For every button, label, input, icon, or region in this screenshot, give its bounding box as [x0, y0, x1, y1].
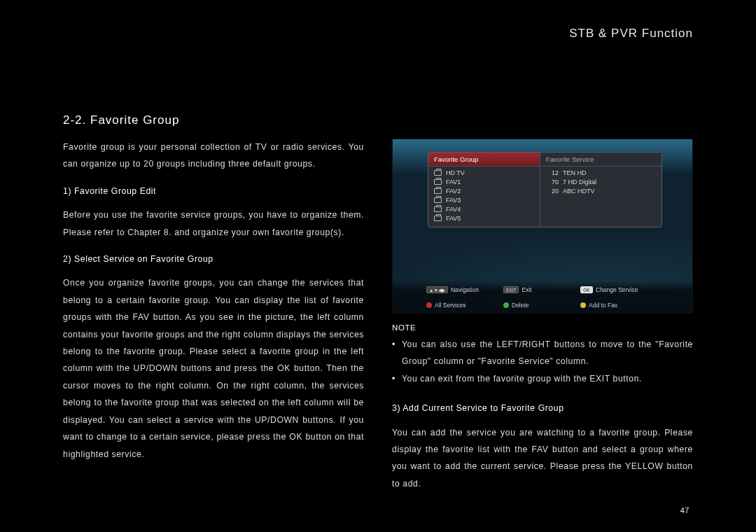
note-item: You can exit from the favorite group wit…	[392, 370, 693, 387]
paragraph-3: You can add the service you are watching…	[392, 424, 693, 493]
green-dot-icon	[503, 302, 509, 308]
manual-page: STB & PVR Function 2-2. Favorite Group F…	[0, 0, 756, 532]
two-column-layout: Favorite group is your personal collecti…	[63, 139, 693, 502]
list-item: 20ABC HDTV	[540, 186, 662, 195]
tv-screenshot: Favorite Group HD TV FAV1 FAV2 FAV3 FAV4…	[392, 139, 693, 314]
red-dot-icon	[426, 302, 432, 308]
footer-nav: ▲▼◀▶Navigation	[426, 286, 489, 293]
tv-icon	[434, 206, 442, 212]
paragraph-2: Once you organize favorite groups, you c…	[63, 274, 364, 462]
note-list: You can also use the LEFT/RIGHT buttons …	[392, 336, 693, 387]
right-column: Favorite Group HD TV FAV1 FAV2 FAV3 FAV4…	[392, 139, 693, 502]
left-column: Favorite group is your personal collecti…	[63, 139, 364, 502]
footer-addfav: Add to Fav.	[580, 302, 643, 309]
tv-icon	[434, 197, 442, 203]
subhead-2: 2) Select Service on Favorite Group	[63, 251, 364, 267]
tv-icon	[434, 188, 442, 194]
note-heading: NOTE	[392, 323, 693, 332]
list-item: 707 HD Digital	[540, 177, 662, 186]
screenshot-footer: ▲▼◀▶Navigation EXITExit OKChange Service…	[393, 281, 692, 313]
favorite-group-header: Favorite Group	[428, 153, 540, 167]
list-item: FAV4	[428, 204, 540, 214]
ok-key-icon: OK	[580, 286, 593, 293]
tv-icon	[434, 179, 442, 185]
subhead-3: 3) Add Current Service to Favorite Group	[392, 400, 693, 416]
list-item: FAV5	[428, 214, 540, 223]
list-item: 12TEN HD	[540, 168, 662, 177]
footer-exit: EXITExit	[503, 286, 566, 293]
footer-change: OKChange Service	[580, 286, 643, 293]
footer-delete: Delete	[503, 302, 566, 309]
paragraph-1: Before you use the favorite service grou…	[63, 206, 364, 241]
tv-icon	[434, 216, 442, 221]
favorite-service-column: Favorite Service 12TEN HD 707 HD Digital…	[540, 153, 662, 227]
exit-key-icon: EXIT	[503, 286, 519, 293]
list-item: FAV1	[428, 177, 540, 186]
favorite-panel: Favorite Group HD TV FAV1 FAV2 FAV3 FAV4…	[428, 152, 662, 227]
list-item: FAV3	[428, 195, 540, 204]
section-heading: 2-2. Favorite Group	[63, 113, 179, 127]
favorite-group-column: Favorite Group HD TV FAV1 FAV2 FAV3 FAV4…	[428, 153, 540, 227]
arrows-icon: ▲▼◀▶	[426, 286, 448, 293]
list-item: FAV2	[428, 186, 540, 195]
tv-icon	[434, 170, 442, 176]
favorite-service-list: 12TEN HD 707 HD Digital 20ABC HDTV	[540, 167, 662, 200]
note-item: You can also use the LEFT/RIGHT buttons …	[392, 336, 693, 370]
page-number: 47	[680, 506, 690, 514]
subhead-1: 1) Favorite Group Edit	[63, 183, 364, 200]
footer-all: All Services	[426, 302, 489, 309]
list-item: HD TV	[428, 168, 540, 177]
favorite-group-list: HD TV FAV1 FAV2 FAV3 FAV4 FAV5	[428, 167, 540, 227]
page-header-title: STB & PVR Function	[569, 27, 693, 41]
favorite-service-header: Favorite Service	[540, 153, 662, 167]
yellow-dot-icon	[580, 302, 586, 308]
intro-paragraph: Favorite group is your personal collecti…	[63, 139, 364, 173]
